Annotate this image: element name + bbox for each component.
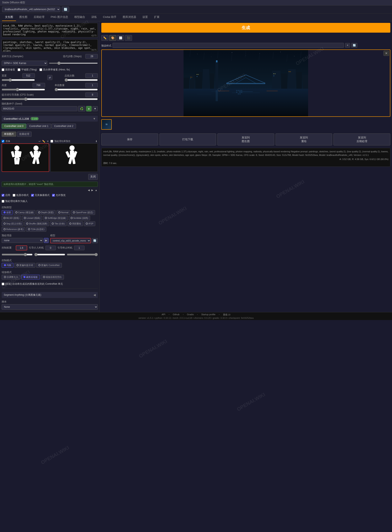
- tab-txt2img[interactable]: 文生图: [2, 14, 16, 21]
- batch-count-input[interactable]: [85, 73, 98, 78]
- allow-preview-input[interactable]: [52, 194, 55, 197]
- seed-green-btn[interactable]: ●: [86, 106, 92, 111]
- tab-civitai[interactable]: Civitai 助手: [100, 14, 119, 21]
- weight-slider-full[interactable]: [2, 253, 33, 256]
- to-postprocess-btn[interactable]: 发送到 后期处理: [333, 133, 390, 145]
- sampler-select[interactable]: DPM++ SDE Karras: [2, 61, 47, 66]
- footer-reload[interactable]: 重载 UI: [223, 313, 230, 316]
- perfect-pixel-checkbox[interactable]: 完美像素模式: [31, 194, 50, 197]
- weight-input[interactable]: [16, 245, 27, 250]
- seed-recycle-btn[interactable]: ♻️: [78, 106, 85, 111]
- zip-btn[interactable]: 打包下载: [159, 133, 216, 145]
- ctrl-type-canny[interactable]: Canny (硬边缘): [14, 210, 36, 215]
- mode-prompt[interactable]: 更偏向提示词: [14, 263, 35, 268]
- image-upload-area[interactable]: 开始绘制: [2, 143, 49, 172]
- ctrl-type-all[interactable]: 全部: [2, 210, 13, 215]
- height-slider[interactable]: [2, 88, 45, 91]
- footer-gradio[interactable]: Gradio: [187, 313, 194, 316]
- tab-merge[interactable]: 模型融合: [71, 14, 88, 21]
- ctrl-type-softedge[interactable]: SoftEdge (软边缘): [43, 216, 68, 220]
- steps-slider[interactable]: [49, 63, 98, 64]
- steps-input[interactable]: [85, 54, 98, 59]
- tiling-checkbox[interactable]: 平铺图 (Tiling): [18, 68, 37, 71]
- unit-tab-1[interactable]: ControlNet Unit 1: [27, 124, 51, 129]
- end-input[interactable]: [74, 246, 84, 250]
- loopback-checkbox[interactable]: [回送] 自动将生成后的图像发送到此 ControlNet 单元: [2, 282, 63, 286]
- preprocessor-select[interactable]: none: [2, 238, 43, 243]
- output-close-btn[interactable]: ✕: [383, 51, 389, 56]
- start-slider[interactable]: [34, 253, 65, 256]
- sub-tab-batch[interactable]: 批量处理: [17, 132, 32, 137]
- to-inpaint-btn[interactable]: 发送到 重绘: [275, 133, 332, 145]
- ctrl-type-lineart[interactable]: Lineart (线稿): [22, 216, 42, 220]
- model-refresh-inner-btn[interactable]: 🔄: [92, 238, 98, 243]
- ctrl-type-depth[interactable]: Depth (深度): [36, 210, 56, 215]
- swap-wh-btn[interactable]: ⇄: [47, 75, 52, 80]
- arrow-right-btn[interactable]: ▶: [91, 189, 94, 192]
- preset-input[interactable]: [112, 43, 344, 48]
- positive-prompt-textarea[interactable]: [2, 23, 98, 38]
- preview-download-btn[interactable]: ⬇: [95, 140, 98, 143]
- tab-train[interactable]: 训练: [89, 14, 100, 21]
- ctrl-type-reference[interactable]: Reference (参考): [2, 227, 25, 232]
- face-restore-checkbox[interactable]: 面部修复: [2, 68, 15, 71]
- preprocess-input-checkbox[interactable]: 预处理结果作为输入: [2, 200, 28, 203]
- enable-input[interactable]: [2, 194, 4, 197]
- tiling-input[interactable]: [18, 68, 20, 71]
- model-select[interactable]: braBeautifulRealistic_v40.safetensors [9…: [2, 7, 60, 12]
- tool-icon-4[interactable]: ⬛: [125, 35, 132, 41]
- footer-github[interactable]: Github: [173, 313, 179, 316]
- batch-size-input[interactable]: [85, 83, 98, 87]
- cfg-slider[interactable]: [2, 97, 98, 101]
- ctrl-type-ip2p[interactable]: IP2P: [84, 221, 95, 226]
- save-btn[interactable]: 保存: [101, 133, 158, 145]
- tab-extensions[interactable]: 扩展: [151, 14, 162, 21]
- preset-close-btn[interactable]: ✕: [345, 43, 350, 48]
- ctrl-type-openpose[interactable]: OpenPose (姿态): [71, 210, 95, 215]
- batch-size-slider[interactable]: [55, 88, 98, 91]
- preview-checkbox[interactable]: [51, 140, 53, 142]
- ctrl-type-mlsd[interactable]: MLSD (直线): [2, 216, 21, 220]
- resize-mode-2[interactable]: 缩放后填充空白: [41, 275, 64, 280]
- width-slider[interactable]: [2, 78, 35, 82]
- height-input[interactable]: [33, 83, 45, 87]
- tab-img2img[interactable]: 图生图: [16, 14, 30, 21]
- width-input[interactable]: [22, 73, 35, 78]
- ctrl-type-shuffle[interactable]: Shuffle (随机洗牌): [24, 221, 49, 226]
- seed-input[interactable]: [2, 106, 77, 111]
- cfg-input[interactable]: [85, 92, 98, 97]
- batch-count-slider[interactable]: [65, 78, 98, 82]
- footer-api[interactable]: API: [162, 313, 165, 316]
- generate-btn[interactable]: 生成: [101, 23, 390, 33]
- unit-tab-2[interactable]: ControlNet Unit 2: [51, 124, 76, 129]
- resize-mode-0[interactable]: 仅调整大小: [2, 275, 20, 280]
- mode-balanced[interactable]: 均衡: [2, 263, 14, 268]
- controlnet-model-select[interactable]: control_v1p_sd15_qrcode_mons: [50, 238, 91, 243]
- tab-png-info[interactable]: PNG 图片信息: [48, 14, 71, 21]
- hires-fix-input[interactable]: [39, 68, 42, 71]
- end-slider[interactable]: [67, 253, 98, 256]
- image-icon-1[interactable]: ↩: [38, 140, 41, 143]
- thumbnail-1[interactable]: 🌃: [101, 119, 112, 130]
- image-close-btn[interactable]: ✕: [46, 140, 49, 143]
- tab-settings[interactable]: 设置: [140, 14, 151, 21]
- sub-tab-single[interactable]: 单张图片: [2, 132, 16, 137]
- unit-tab-0[interactable]: ControlNet Unit 0: [2, 124, 26, 129]
- negative-prompt-textarea[interactable]: [2, 39, 98, 52]
- tab-gallery[interactable]: 图库浏览器: [120, 14, 139, 21]
- model-refresh-btn[interactable]: 🔄: [62, 7, 69, 12]
- footer-startup[interactable]: Startup profile: [201, 313, 215, 316]
- loopback-input[interactable]: [2, 283, 4, 285]
- preprocess-input-input[interactable]: [2, 200, 4, 203]
- tool-icon-2[interactable]: 🎨: [109, 35, 116, 41]
- controlnet-header[interactable]: ControlNet v1.1.238 1 unit ▼: [2, 116, 98, 122]
- resize-mode-1[interactable]: 裁剪后缩放: [21, 275, 40, 280]
- allow-preview-checkbox[interactable]: 允许预览: [52, 194, 65, 197]
- arrow-left-btn[interactable]: ◀: [87, 189, 90, 192]
- segment-anything-header[interactable]: Segment Anything (分离图像元素) ◀: [2, 292, 98, 298]
- preprocessor-run-btn[interactable]: ▶: [44, 238, 49, 243]
- ctrl-type-t2ia[interactable]: T2IA (自适应): [26, 227, 46, 232]
- ctrl-type-scribble[interactable]: Scribble (涂鸦): [69, 216, 90, 220]
- start-input[interactable]: [46, 246, 56, 250]
- perfect-pixel-input[interactable]: [31, 194, 34, 197]
